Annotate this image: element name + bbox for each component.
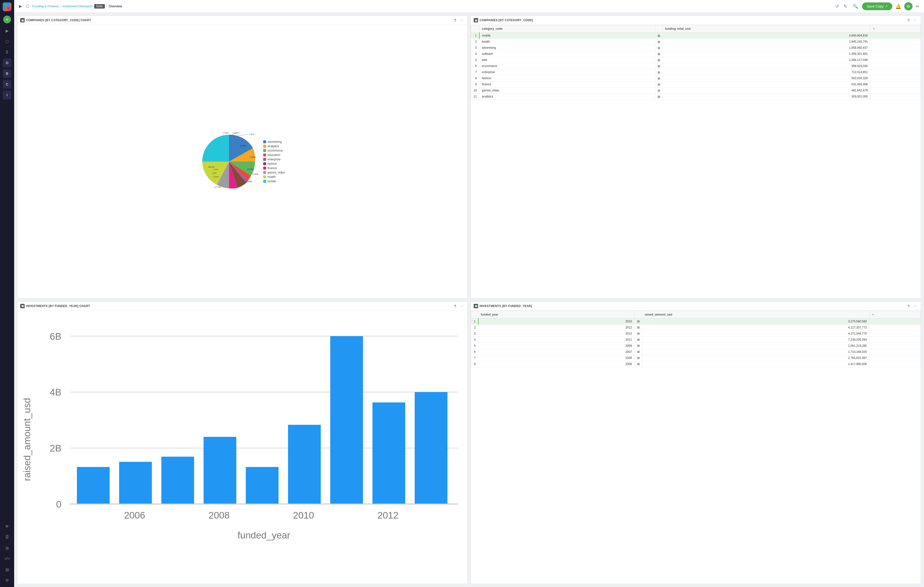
sidebar-icon-table[interactable]: ▤ bbox=[3, 565, 12, 574]
row-category-6[interactable]: enterprise bbox=[479, 69, 655, 75]
bar-2012[interactable] bbox=[373, 402, 405, 504]
sidebar-icon-settings[interactable]: ⚙ bbox=[3, 576, 12, 585]
pie-chart-header: ▣ COMPANIES [by category_code] Chart ⚗ ⋯ bbox=[17, 16, 467, 25]
inv-col-add-header[interactable]: + bbox=[870, 311, 921, 318]
notification-button[interactable]: 🔔 bbox=[894, 2, 902, 10]
sidebar-letter-o[interactable]: O bbox=[3, 59, 12, 67]
row-category-3[interactable]: software bbox=[479, 51, 655, 57]
investments-table-title: INVESTMENTS [by funded_year] bbox=[480, 304, 532, 308]
row-category-1[interactable]: health bbox=[479, 39, 655, 45]
sidebar-icon-eye[interactable]: 👁 bbox=[3, 522, 12, 531]
bar-2006[interactable] bbox=[119, 462, 152, 504]
pie-label-mobile-pct: 30.1% bbox=[208, 166, 214, 168]
bar-2007[interactable] bbox=[161, 457, 194, 504]
inv-row-year-5[interactable]: 2007 bbox=[478, 349, 635, 355]
investments-filter-button[interactable]: ⚗ bbox=[906, 304, 911, 309]
row-category-0[interactable]: mobile bbox=[479, 33, 655, 39]
row-category-8[interactable]: finance bbox=[479, 81, 655, 87]
row-category-2[interactable]: advertising bbox=[479, 45, 655, 51]
col-category-header[interactable]: category_code bbox=[479, 25, 655, 33]
sidebar-icon-arrow[interactable]: ▶ bbox=[3, 26, 12, 35]
col-value-header[interactable]: funding_total_usd bbox=[663, 25, 870, 33]
x-label-2006: 2006 bbox=[124, 510, 145, 520]
add-button[interactable]: + bbox=[3, 16, 11, 23]
y-label-0: 0 bbox=[56, 499, 61, 509]
investments-more-button[interactable]: ⋯ bbox=[912, 304, 918, 309]
bar-2011[interactable] bbox=[330, 336, 363, 504]
row-category-4[interactable]: web bbox=[479, 57, 655, 63]
inv-row-num-6: 7 bbox=[471, 355, 478, 361]
bar-filter-button[interactable]: ⚗ bbox=[452, 304, 458, 309]
col-icon-header bbox=[655, 25, 663, 33]
legend-label-ecommerce: ecommerce bbox=[267, 149, 283, 152]
nav-arrow-icon[interactable]: ▶ bbox=[18, 3, 23, 10]
inv-row-year-7[interactable]: 2006 bbox=[478, 361, 635, 367]
inv-row-year-4[interactable]: 2009 bbox=[478, 343, 635, 349]
bar-more-button[interactable]: ⋯ bbox=[459, 304, 464, 309]
undo-button[interactable]: ↺ bbox=[834, 3, 840, 10]
redo-button[interactable]: ↻ bbox=[842, 3, 849, 10]
companies-table-row: 5 web ▤ 1,304,117,038 bbox=[471, 57, 921, 63]
breadcrumb-overview: Overview bbox=[109, 4, 122, 8]
avatar[interactable]: G bbox=[904, 2, 912, 10]
inv-col-year-header[interactable]: funded_year bbox=[478, 311, 635, 318]
bar-2013[interactable] bbox=[415, 392, 447, 504]
sidebar-letter-i[interactable]: I bbox=[3, 90, 12, 99]
inv-add-col-button[interactable]: + bbox=[872, 312, 874, 317]
sidebar-icon-code[interactable]: </> bbox=[3, 554, 12, 563]
legend-label-health: health bbox=[267, 175, 276, 179]
add-col-button[interactable]: + bbox=[873, 26, 875, 31]
inv-row-extra-4 bbox=[870, 343, 921, 349]
col-add-header[interactable]: + bbox=[870, 25, 921, 33]
companies-table-row: 11 analytics ▤ 303,001,000 bbox=[471, 94, 921, 100]
pie-filter-button[interactable]: ⚗ bbox=[452, 18, 458, 23]
investments-table-row: 8 2006 ▤ 1,417,990,000 bbox=[471, 361, 921, 367]
bar-2008[interactable] bbox=[204, 437, 236, 504]
sidebar-letter-b[interactable]: B bbox=[3, 69, 12, 78]
layers-icon[interactable]: ⬡ bbox=[25, 3, 30, 10]
expand-button[interactable]: ⇔ bbox=[914, 3, 920, 10]
inv-col-num-header bbox=[471, 311, 478, 318]
legend-mobile: mobile bbox=[263, 179, 285, 183]
inv-row-year-3[interactable]: 2011 bbox=[478, 337, 635, 343]
breadcrumb-funding[interactable]: Funding & Finance bbox=[32, 4, 59, 8]
inv-row-icon-3: ▤ bbox=[634, 337, 642, 343]
sidebar-icon-grid[interactable]: ⊞ bbox=[3, 544, 12, 552]
inv-row-year-1[interactable]: 2012 bbox=[478, 324, 635, 330]
bar-2010[interactable] bbox=[288, 425, 321, 504]
pie-legend: advertising analytics ecommerce edu bbox=[263, 140, 285, 183]
app-logo[interactable] bbox=[3, 2, 12, 11]
row-extra-3 bbox=[870, 51, 921, 57]
row-category-5[interactable]: ecommerce bbox=[479, 63, 655, 69]
companies-more-button[interactable]: ⋯ bbox=[912, 18, 918, 23]
inv-row-icon-0: ▤ bbox=[634, 318, 642, 324]
breadcrumb-investment[interactable]: Investment Research bbox=[63, 4, 93, 8]
pie-more-button[interactable]: ⋯ bbox=[459, 18, 464, 23]
inv-row-year-0[interactable]: 2010 bbox=[478, 318, 635, 324]
legend-color-health bbox=[263, 176, 266, 178]
inv-row-year-6[interactable]: 2008 bbox=[478, 355, 635, 361]
bar-2005[interactable] bbox=[77, 467, 109, 504]
search-button[interactable]: 🔍 bbox=[851, 3, 860, 10]
sidebar-icon-layers[interactable]: ⬡ bbox=[3, 37, 12, 46]
breadcrumb-fiddle-tag[interactable]: fiddle bbox=[94, 4, 105, 8]
row-value-7: 563,635,329 bbox=[663, 75, 870, 81]
row-value-9: 482,842,679 bbox=[663, 87, 870, 94]
inv-row-year-2[interactable]: 2013 bbox=[478, 330, 635, 337]
inv-col-value-header[interactable]: raised_amount_usd bbox=[642, 311, 870, 318]
companies-filter-button[interactable]: ⚗ bbox=[906, 18, 911, 23]
row-num-2: 3 bbox=[471, 45, 479, 51]
sidebar-icon-db[interactable]: 🗄 bbox=[3, 533, 12, 542]
investments-table-body: funded_year raised_amount_usd + 1 2010 ▤… bbox=[471, 311, 921, 584]
sidebar-icon-dollar[interactable]: $ bbox=[3, 48, 12, 56]
companies-table-header: ▣ COMPANIES [by category_code] ⚗ ⋯ bbox=[471, 16, 921, 25]
bar-2009[interactable] bbox=[246, 467, 279, 504]
inv-row-icon-2: ▤ bbox=[634, 330, 642, 337]
row-category-10[interactable]: analytics bbox=[479, 94, 655, 100]
companies-table-panel: ▣ COMPANIES [by category_code] ⚗ ⋯ categ… bbox=[470, 16, 921, 299]
sidebar-letter-c[interactable]: C bbox=[3, 80, 12, 89]
save-copy-button[interactable]: Save Copy ↗ bbox=[862, 2, 892, 10]
row-category-9[interactable]: games_video bbox=[479, 87, 655, 94]
row-extra-2 bbox=[870, 45, 921, 51]
row-category-7[interactable]: fashion bbox=[479, 75, 655, 81]
